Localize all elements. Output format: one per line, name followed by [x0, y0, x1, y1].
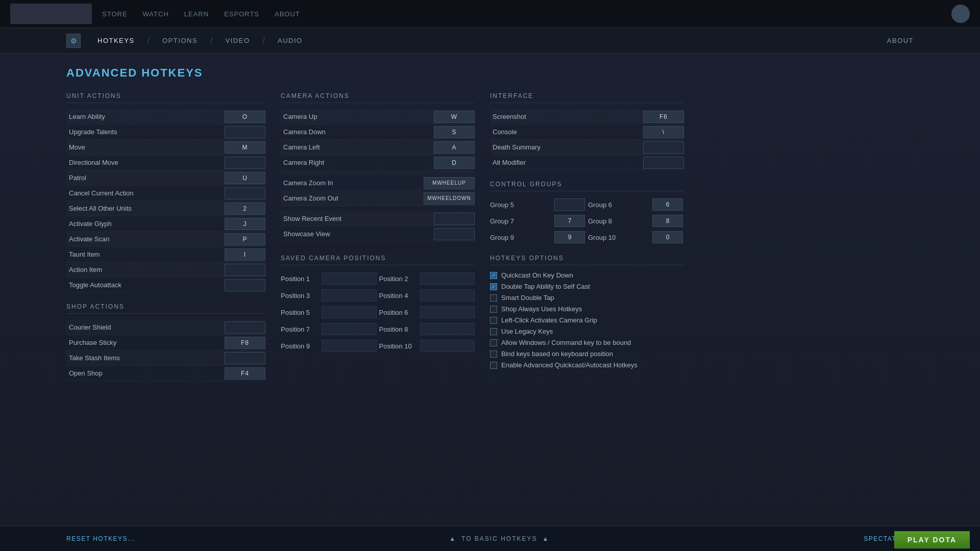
- nav-tabs: ⚙ HOTKEYS / OPTIONS / VIDEO / AUDIO ABOU…: [0, 28, 980, 54]
- hotkey-key[interactable]: [225, 321, 265, 334]
- cam-pos-key[interactable]: [322, 306, 377, 318]
- hotkey-label: Showcase View: [281, 230, 434, 238]
- cam-pos-key[interactable]: [420, 323, 475, 335]
- option-row: Allow Windows / Command key to be bound: [490, 339, 684, 346]
- hotkey-key[interactable]: \: [643, 126, 684, 138]
- table-row: Screenshot F6: [490, 109, 684, 124]
- nav-about[interactable]: ABOUT: [887, 37, 914, 44]
- cam-pos-key[interactable]: [420, 272, 475, 285]
- quickcast-checkbox[interactable]: [490, 272, 497, 279]
- tab-audio[interactable]: AUDIO: [268, 33, 312, 48]
- cg-key[interactable]: 7: [554, 215, 585, 227]
- play-dota-button[interactable]: PLAY DOTA: [894, 531, 970, 548]
- doubletap-checkbox[interactable]: [490, 283, 497, 290]
- top-nav-store[interactable]: STORE: [102, 10, 128, 18]
- table-row: Camera Zoom Out MWHEELDOWN: [281, 191, 475, 206]
- table-row: Position 10: [379, 339, 475, 353]
- cg-key[interactable]: [554, 198, 585, 211]
- top-bar-right: [951, 5, 970, 23]
- hotkey-key[interactable]: O: [225, 111, 265, 123]
- cam-pos-key[interactable]: [322, 289, 377, 302]
- unit-actions-title: UNIT ACTIONS: [66, 92, 265, 103]
- left-click-camera-checkbox[interactable]: [490, 317, 497, 324]
- hotkey-key[interactable]: I: [225, 248, 265, 261]
- top-nav-about[interactable]: ABOUT: [275, 10, 300, 18]
- hotkey-key[interactable]: 2: [225, 203, 265, 215]
- option-label: Bind keys based on keyboard position: [501, 350, 613, 358]
- hotkey-key[interactable]: U: [225, 172, 265, 184]
- cg-label: Group 7: [490, 215, 551, 227]
- hotkey-key[interactable]: [225, 157, 265, 169]
- hotkey-key[interactable]: [225, 352, 265, 364]
- tab-video[interactable]: VIDEO: [216, 33, 259, 48]
- cam-pos-key[interactable]: [322, 323, 377, 335]
- hotkey-key[interactable]: F8: [225, 337, 265, 349]
- avatar[interactable]: [951, 5, 970, 23]
- hotkey-key[interactable]: MWHEELDOWN: [424, 192, 475, 205]
- hotkey-key[interactable]: [434, 228, 475, 240]
- smart-double-tap-checkbox[interactable]: [490, 294, 497, 302]
- hotkey-key[interactable]: [434, 213, 475, 225]
- hotkey-key[interactable]: A: [434, 141, 475, 154]
- cg-key[interactable]: 8: [652, 215, 683, 227]
- hotkey-key[interactable]: [225, 264, 265, 276]
- cg-label: Group 8: [588, 215, 649, 227]
- hotkey-key[interactable]: M: [225, 141, 265, 154]
- hotkey-key[interactable]: S: [434, 126, 475, 138]
- unit-actions-section: UNIT ACTIONS Learn Ability O Upgrade Tal…: [66, 92, 265, 381]
- table-row: Console \: [490, 124, 684, 140]
- hotkey-key[interactable]: F4: [225, 367, 265, 380]
- cam-pos-key[interactable]: [322, 272, 377, 285]
- cam-pos-key[interactable]: [420, 306, 475, 318]
- hotkey-key[interactable]: J: [225, 218, 265, 230]
- basic-hotkeys-button[interactable]: ▲ TO BASIC HOTKEYS ▲: [135, 535, 864, 542]
- hotkey-label: Cancel Current Action: [66, 189, 225, 197]
- hotkeys-options-list: Quickcast On Key Down Double Tap Ability…: [490, 271, 684, 369]
- hotkey-key[interactable]: [643, 141, 684, 154]
- keyboard-position-checkbox[interactable]: [490, 350, 497, 358]
- cam-pos-label: Position 2: [379, 275, 420, 283]
- hotkey-label: Upgrade Talents: [66, 128, 225, 136]
- cg-key[interactable]: 0: [652, 231, 683, 243]
- advanced-quickcast-checkbox[interactable]: [490, 362, 497, 369]
- top-nav-esports[interactable]: ESPORTS: [224, 10, 259, 18]
- hotkey-key[interactable]: P: [225, 233, 265, 245]
- chevron-up-icon: ▲: [449, 535, 456, 542]
- hotkey-key[interactable]: [225, 279, 265, 291]
- legacy-keys-checkbox[interactable]: [490, 328, 497, 335]
- tab-options[interactable]: OPTIONS: [153, 33, 207, 48]
- hotkey-key[interactable]: [225, 187, 265, 199]
- control-groups-grid: Group 5 Group 6 6 Group 7 7 Group 8 8 Gr…: [490, 197, 684, 244]
- hotkey-label: Patrol: [66, 174, 225, 182]
- hotkey-key[interactable]: MWHEELUP: [424, 177, 475, 189]
- top-bar: STORE WATCH LEARN ESPORTS ABOUT: [0, 0, 980, 28]
- table-row: Position 9: [281, 339, 377, 353]
- tab-hotkeys[interactable]: HOTKEYS: [88, 33, 144, 48]
- reset-hotkeys-button[interactable]: RESET HOTKEYS...: [66, 535, 135, 542]
- table-row: Position 7: [281, 322, 377, 336]
- windows-key-checkbox[interactable]: [490, 339, 497, 346]
- basic-hotkeys-label: TO BASIC HOTKEYS: [461, 535, 537, 542]
- cg-key[interactable]: 6: [652, 198, 683, 211]
- cam-pos-key[interactable]: [420, 289, 475, 302]
- cam-pos-key[interactable]: [420, 340, 475, 352]
- hotkey-key[interactable]: D: [434, 157, 475, 169]
- hotkey-label: Camera Zoom In: [281, 179, 424, 187]
- option-row: Quickcast On Key Down: [490, 271, 684, 279]
- table-row: Camera Left A: [281, 140, 475, 155]
- cam-pos-key[interactable]: [322, 340, 377, 352]
- main-content: ADVANCED HOTKEYS UNIT ACTIONS Learn Abil…: [0, 54, 980, 525]
- table-row: Position 8: [379, 322, 475, 336]
- cg-key[interactable]: 9: [554, 231, 585, 243]
- table-row: Position 3: [281, 288, 377, 303]
- top-nav-watch[interactable]: WATCH: [143, 10, 169, 18]
- hotkey-key[interactable]: [225, 126, 265, 138]
- option-row: Bind keys based on keyboard position: [490, 350, 684, 358]
- shop-hotkeys-checkbox[interactable]: [490, 306, 497, 313]
- hotkey-key[interactable]: W: [434, 111, 475, 123]
- hotkey-key[interactable]: F6: [643, 111, 684, 123]
- hotkey-key[interactable]: [643, 157, 684, 169]
- option-label: Enable Advanced Quickcast/Autocast Hotke…: [501, 361, 638, 369]
- cam-pos-label: Position 6: [379, 309, 420, 316]
- top-nav-learn[interactable]: LEARN: [184, 10, 209, 18]
